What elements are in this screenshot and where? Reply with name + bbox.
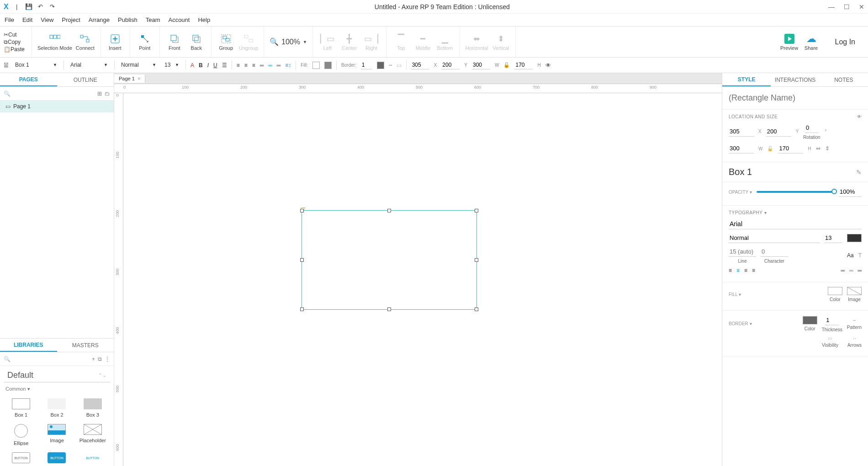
copy-button[interactable]: ⧉Copy: [4, 39, 32, 45]
selected-rectangle[interactable]: ▽: [302, 210, 477, 310]
typeface-dropdown[interactable]: Normal▼: [119, 61, 158, 69]
resize-handle-w[interactable]: [300, 258, 304, 262]
maximize-icon[interactable]: ☐: [844, 3, 850, 11]
group-button[interactable]: Group: [217, 33, 235, 51]
menu-arrange[interactable]: Arrange: [89, 16, 110, 23]
close-tab-icon[interactable]: ×: [138, 76, 140, 81]
widget-box3[interactable]: Box 3: [77, 398, 108, 418]
border-pattern-icon[interactable]: ┅: [853, 318, 856, 323]
opacity-label[interactable]: OPACITY ▾: [729, 190, 752, 195]
menu-view[interactable]: View: [41, 16, 53, 23]
resize-handle-s[interactable]: [387, 307, 391, 311]
y-input[interactable]: [441, 61, 460, 69]
minimize-icon[interactable]: —: [828, 3, 835, 11]
right-valign-top-icon[interactable]: ═: [841, 267, 845, 274]
right-border-color-swatch[interactable]: [803, 316, 817, 324]
tab-pages[interactable]: PAGES: [0, 73, 57, 86]
widget-style-dropdown[interactable]: Box 1▼: [13, 61, 59, 69]
halign-center-icon[interactable]: ≡: [244, 62, 248, 69]
right-w-input[interactable]: [729, 143, 754, 154]
valign-top-icon[interactable]: ═: [260, 62, 264, 69]
border-section-label[interactable]: BORDER ▾: [729, 321, 752, 326]
align-right-button[interactable]: ▭▕Right: [362, 33, 381, 51]
right-valign-middle-icon[interactable]: ═: [849, 267, 853, 274]
x-input[interactable]: [411, 61, 429, 69]
text-advanced-icon[interactable]: T: [858, 252, 862, 259]
align-top-button[interactable]: ▔Top: [392, 33, 410, 51]
visibility-toggle-icon[interactable]: 👁: [857, 114, 862, 119]
flip-h-icon[interactable]: ⇔: [816, 145, 820, 152]
insert-button[interactable]: Insert: [106, 33, 124, 51]
canvas-tab-page1[interactable]: Page 1×: [114, 74, 145, 83]
point-button[interactable]: Point: [136, 33, 154, 51]
add-folder-icon[interactable]: 🗀: [105, 90, 110, 97]
library-group-header[interactable]: Common ▾: [0, 382, 114, 396]
right-halign-center-icon[interactable]: ≡: [736, 267, 740, 274]
resize-handle-e[interactable]: [475, 258, 478, 262]
tab-libraries[interactable]: LIBRARIES: [0, 339, 57, 352]
menu-help[interactable]: Help: [198, 16, 210, 23]
resize-handle-ne[interactable]: [475, 209, 478, 212]
widget-image[interactable]: Image: [41, 424, 72, 446]
library-search-input[interactable]: [13, 356, 89, 362]
cut-button[interactable]: ✂Cut: [4, 32, 32, 38]
selection-mode-button[interactable]: Selection Mode: [37, 33, 72, 51]
close-icon[interactable]: ✕: [859, 3, 864, 11]
font-dropdown[interactable]: Arial▼: [69, 61, 110, 69]
menu-publish[interactable]: Publish: [118, 16, 138, 23]
align-center-button[interactable]: ╋Center: [340, 33, 359, 51]
resize-handle-se[interactable]: [475, 307, 478, 311]
right-fill-image-swatch[interactable]: [847, 287, 862, 295]
right-border-thickness-input[interactable]: [825, 315, 839, 325]
tab-masters[interactable]: MASTERS: [57, 339, 114, 352]
widget-name-input[interactable]: [729, 91, 862, 105]
menu-team[interactable]: Team: [146, 16, 160, 23]
save-icon[interactable]: 💾: [25, 3, 32, 11]
right-y-input[interactable]: [766, 127, 791, 137]
right-fontsize-input[interactable]: [824, 233, 842, 243]
style-selector-icon[interactable]: ☱: [4, 62, 9, 69]
pages-search-input[interactable]: [13, 90, 95, 97]
lock-aspect-icon[interactable]: 🔓: [767, 146, 773, 152]
fill-shadow-swatch[interactable]: [324, 62, 332, 69]
library-menu-icon[interactable]: ⋮: [105, 356, 110, 362]
align-left-button[interactable]: ▏▭Left: [318, 33, 337, 51]
menu-account[interactable]: Account: [168, 16, 190, 23]
canvas[interactable]: ▽: [123, 93, 722, 466]
library-settings-icon[interactable]: ⧉: [98, 356, 102, 362]
valign-middle-icon[interactable]: ═: [268, 62, 272, 69]
widget-button2[interactable]: BUTTON: [41, 452, 72, 463]
right-h-input[interactable]: [778, 143, 803, 154]
right-halign-right-icon[interactable]: ≡: [744, 267, 747, 274]
halign-left-icon[interactable]: ≡: [237, 62, 240, 69]
halign-right-icon[interactable]: ≡: [252, 62, 255, 69]
typography-label[interactable]: TYPOGRAPHY ▾: [729, 210, 862, 215]
zoom-control[interactable]: 🔍 100% ▼: [270, 37, 307, 46]
opacity-input[interactable]: [839, 187, 862, 197]
right-typeface-dropdown[interactable]: [729, 233, 820, 243]
align-bottom-button[interactable]: ▁Bottom: [436, 33, 454, 51]
tab-interactions[interactable]: INTERACTIONS: [771, 73, 819, 86]
connect-button[interactable]: Connect: [76, 33, 95, 51]
right-x-input[interactable]: [729, 127, 754, 137]
right-valign-bottom-icon[interactable]: ═: [857, 267, 862, 274]
text-case-icon[interactable]: Aa: [847, 252, 854, 259]
fontsize-dropdown[interactable]: 13▼: [163, 61, 181, 69]
line-spacing-icon[interactable]: ≡↕: [285, 62, 291, 69]
right-halign-justify-icon[interactable]: ≡: [752, 267, 755, 274]
widget-box1[interactable]: Box 1: [5, 398, 37, 418]
redo-icon[interactable]: ↷: [49, 3, 56, 11]
dist-horizontal-button[interactable]: ⬌Horizontal: [466, 33, 488, 51]
align-middle-button[interactable]: ━Middle: [414, 33, 432, 51]
bold-icon[interactable]: B: [199, 62, 203, 69]
right-fill-color-swatch[interactable]: [828, 287, 842, 295]
page-item-page1[interactable]: ▭ Page 1: [0, 101, 114, 112]
underline-icon[interactable]: U: [213, 62, 217, 69]
widget-box2[interactable]: Box 2: [41, 398, 72, 418]
edit-style-icon[interactable]: ✎: [856, 169, 862, 176]
resize-handle-nw[interactable]: [300, 209, 304, 212]
right-font-dropdown[interactable]: [729, 219, 862, 229]
library-name-dropdown[interactable]: Default⌃⌄: [4, 366, 110, 382]
widget-placeholder[interactable]: Placeholder: [77, 424, 108, 446]
visibility-eye-icon[interactable]: 👁: [545, 62, 551, 69]
